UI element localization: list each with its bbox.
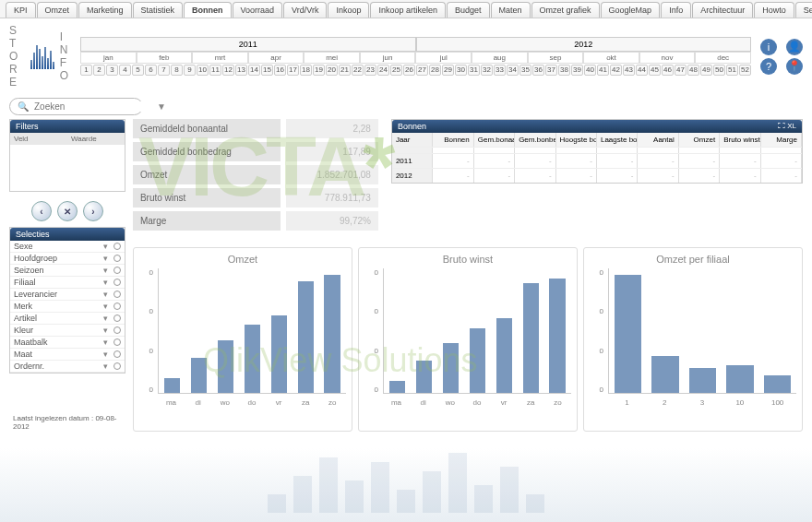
tab-budget[interactable]: Budget <box>447 2 490 18</box>
info-icon[interactable]: i <box>760 39 777 55</box>
week-10[interactable]: 10 <box>197 65 209 76</box>
bonnen-col-header[interactable]: Marge <box>761 133 802 147</box>
week-19[interactable]: 19 <box>313 65 325 76</box>
nav-clear-button[interactable]: ✕ <box>57 201 78 221</box>
week-38[interactable]: 38 <box>558 65 570 76</box>
year-2012[interactable]: 2012 <box>416 37 752 52</box>
panel-tools-icon[interactable]: ⛶ XL <box>778 122 796 131</box>
bonnen-col-header[interactable]: Omzet <box>679 133 720 147</box>
week-33[interactable]: 33 <box>494 65 506 76</box>
week-5[interactable]: 5 <box>132 65 144 76</box>
month-mrt[interactable]: mrt <box>192 52 248 64</box>
tab-omzet-grafiek[interactable]: Omzet grafiek <box>531 2 600 18</box>
week-51[interactable]: 51 <box>726 65 738 76</box>
table-row[interactable] <box>392 147 802 153</box>
tab-inkoop-artikelen[interactable]: Inkoop artikelen <box>370 2 446 18</box>
week-20[interactable]: 20 <box>326 65 338 76</box>
selectie-ordernr.[interactable]: Ordernr.▾ <box>10 361 125 373</box>
week-28[interactable]: 28 <box>429 65 441 76</box>
week-17[interactable]: 17 <box>287 65 299 76</box>
week-16[interactable]: 16 <box>274 65 286 76</box>
week-47[interactable]: 47 <box>675 65 687 76</box>
nav-prev-button[interactable]: ‹ <box>31 201 52 221</box>
week-3[interactable]: 3 <box>106 65 118 76</box>
week-4[interactable]: 4 <box>119 65 131 76</box>
week-25[interactable]: 25 <box>390 65 402 76</box>
week-14[interactable]: 14 <box>248 65 260 76</box>
selectie-merk[interactable]: Merk▾ <box>10 301 125 313</box>
tab-inkoop[interactable]: Inkoop <box>328 2 369 18</box>
month-apr[interactable]: apr <box>248 52 304 64</box>
selectie-kleur[interactable]: Kleur▾ <box>10 325 125 337</box>
week-22[interactable]: 22 <box>352 65 364 76</box>
chevron-down-icon[interactable]: ▼ <box>157 101 166 112</box>
week-40[interactable]: 40 <box>584 65 596 76</box>
week-48[interactable]: 48 <box>687 65 699 76</box>
tab-kpi[interactable]: KPI <box>6 2 36 18</box>
month-jun[interactable]: jun <box>360 52 416 64</box>
selectie-hoofdgroep[interactable]: Hoofdgroep▾ <box>10 253 125 265</box>
month-sep[interactable]: sep <box>528 52 584 64</box>
week-36[interactable]: 36 <box>532 65 544 76</box>
week-50[interactable]: 50 <box>713 65 725 76</box>
month-nov[interactable]: nov <box>639 52 696 64</box>
search-input[interactable] <box>34 101 151 112</box>
help-icon[interactable]: ? <box>760 58 777 75</box>
location-icon[interactable]: 📍 <box>786 58 803 75</box>
week-8[interactable]: 8 <box>171 65 183 76</box>
week-49[interactable]: 49 <box>700 65 712 76</box>
month-aug[interactable]: aug <box>472 52 528 64</box>
tab-googlemap[interactable]: GoogleMap <box>601 2 661 18</box>
week-34[interactable]: 34 <box>507 65 519 76</box>
week-2[interactable]: 2 <box>93 65 105 76</box>
nav-next-button[interactable]: › <box>83 201 103 221</box>
week-12[interactable]: 12 <box>222 65 234 76</box>
bonnen-col-header[interactable]: Bruto winst <box>720 133 760 147</box>
week-18[interactable]: 18 <box>300 65 312 76</box>
bonnen-col-header[interactable]: Hoogste bon <box>556 133 597 147</box>
week-46[interactable]: 46 <box>662 65 674 76</box>
selectie-filiaal[interactable]: Filiaal▾ <box>10 277 125 289</box>
week-11[interactable]: 11 <box>209 65 221 76</box>
week-13[interactable]: 13 <box>235 65 247 76</box>
selectie-maatbalk[interactable]: Maatbalk▾ <box>10 337 125 349</box>
month-jul[interactable]: jul <box>415 52 472 64</box>
week-44[interactable]: 44 <box>636 65 648 76</box>
bonnen-col-header[interactable]: Gem.bonaant... <box>474 133 515 147</box>
week-9[interactable]: 9 <box>184 65 196 76</box>
bonnen-col-header[interactable]: Bonnen <box>433 133 473 147</box>
week-45[interactable]: 45 <box>649 65 661 76</box>
bonnen-col-header[interactable]: Laagste bon <box>597 133 638 147</box>
tab-statistiek[interactable]: Statistiek <box>133 2 184 18</box>
tab-omzet[interactable]: Omzet <box>37 2 78 18</box>
week-15[interactable]: 15 <box>261 65 273 76</box>
month-dec[interactable]: dec <box>695 52 751 64</box>
selectie-maat[interactable]: Maat▾ <box>10 349 125 361</box>
week-21[interactable]: 21 <box>339 65 351 76</box>
search-field[interactable]: 🔍 ▼ <box>9 98 143 115</box>
week-27[interactable]: 27 <box>416 65 428 76</box>
tab-voorraad[interactable]: Voorraad <box>233 2 283 18</box>
user-icon[interactable]: 👤 <box>786 39 803 55</box>
week-7[interactable]: 7 <box>158 65 170 76</box>
week-39[interactable]: 39 <box>571 65 583 76</box>
month-feb[interactable]: feb <box>137 52 193 64</box>
selectie-artikel[interactable]: Artikel▾ <box>10 313 125 325</box>
tab-settings[interactable]: Settings <box>795 2 812 18</box>
table-row[interactable]: 2012--------- <box>392 168 802 183</box>
bonnen-col-header[interactable]: Jaar <box>392 133 433 147</box>
month-mei[interactable]: mei <box>304 52 360 64</box>
tab-maten[interactable]: Maten <box>491 2 531 18</box>
week-23[interactable]: 23 <box>364 65 376 76</box>
week-35[interactable]: 35 <box>519 65 531 76</box>
week-41[interactable]: 41 <box>597 65 609 76</box>
bonnen-col-header[interactable]: Aantal <box>638 133 678 147</box>
week-1[interactable]: 1 <box>80 65 92 76</box>
week-30[interactable]: 30 <box>455 65 467 76</box>
table-row[interactable]: 2011--------- <box>392 153 802 168</box>
selectie-sexe[interactable]: Sexe▾ <box>10 241 125 253</box>
tab-bonnen[interactable]: Bonnen <box>184 2 232 18</box>
selectie-seizoen[interactable]: Seizoen▾ <box>10 265 125 277</box>
week-32[interactable]: 32 <box>481 65 493 76</box>
tab-marketing[interactable]: Marketing <box>78 2 132 18</box>
